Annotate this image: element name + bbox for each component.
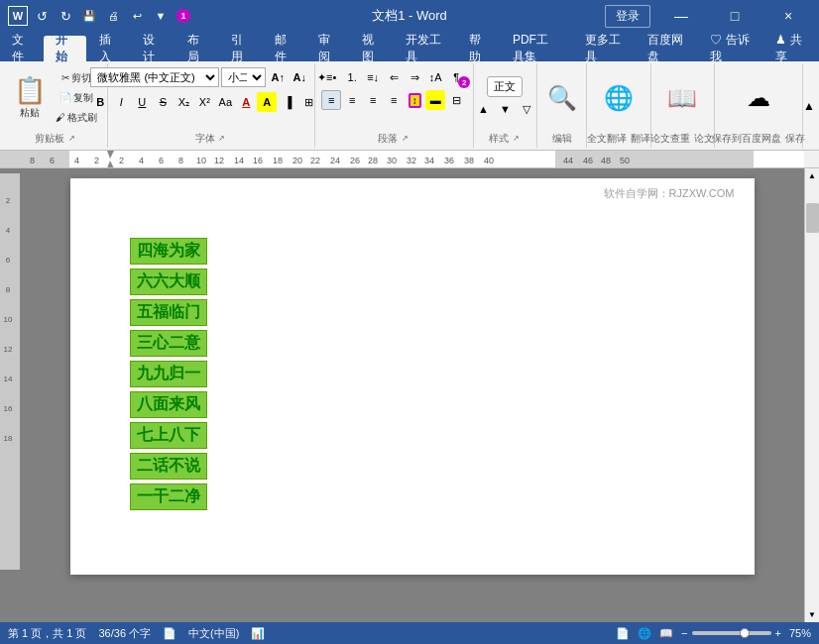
zoom-level[interactable]: 75%	[789, 627, 811, 639]
zoom-area[interactable]: − +	[681, 627, 781, 639]
increase-font-btn[interactable]: A↑	[268, 67, 288, 87]
document-check-icon: 📄	[163, 627, 176, 640]
font-size-select[interactable]: 小二	[221, 67, 266, 87]
view-read-icon[interactable]: 📖	[659, 627, 673, 640]
font-bottom-row: B I U S X₂ X² Aa A A ▐ ⊞	[90, 92, 331, 112]
search-big-btn[interactable]: 🔍	[547, 84, 577, 112]
font-name-select[interactable]: 微软雅黑 (中文正文)	[90, 67, 219, 87]
style-scroll-down-btn[interactable]: ▼	[495, 99, 515, 119]
status-right: 📄 🌐 📖 − + 75%	[616, 627, 811, 640]
translate-btn[interactable]: 🌐	[604, 84, 634, 112]
tab-layout[interactable]: 布局	[176, 36, 218, 61]
translate-controls: 🌐	[604, 65, 634, 130]
align-right-btn[interactable]: ≡	[363, 90, 383, 110]
bullets-btn[interactable]: ≡•	[321, 67, 341, 87]
align-left-btn[interactable]: ≡	[321, 90, 341, 110]
style-expand[interactable]: ↗	[511, 133, 521, 143]
superscript-btn[interactable]: X²	[194, 92, 214, 112]
align-center-btn[interactable]: ≡	[342, 90, 362, 110]
baidu-save-btn[interactable]: ☁	[747, 84, 770, 112]
text-case-btn[interactable]: Aa	[215, 92, 235, 112]
tab-more[interactable]: 更多工具	[573, 36, 635, 61]
svg-text:4: 4	[6, 226, 11, 235]
redo-btn[interactable]: ↻	[56, 6, 75, 26]
essay-group: 📖 论文查重 论文	[651, 63, 716, 148]
document-scroll-area[interactable]: 软件自学网：RJZXW.COM 四海为家 六六大顺 五福临门 三心二意 九九归一…	[20, 168, 804, 622]
svg-text:20: 20	[292, 156, 302, 165]
word-count: 36/36 个字	[98, 626, 151, 641]
justify-btn[interactable]: ≡	[384, 90, 404, 110]
increase-indent-btn[interactable]: ⇒	[405, 67, 424, 87]
numbering-btn[interactable]: 1.	[342, 67, 362, 87]
font-expand[interactable]: ↗	[217, 133, 227, 143]
tab-home[interactable]: 开始	[44, 36, 86, 61]
zoom-in-btn[interactable]: +	[775, 627, 781, 639]
tab-review[interactable]: 审阅	[306, 36, 349, 61]
minimize-btn[interactable]: —	[658, 0, 704, 32]
subscript-btn[interactable]: X₂	[174, 92, 193, 112]
quick-access-toolbar: ↺ ↻ 💾 🖨 ↩ ▼ 1	[32, 6, 190, 26]
essay-btn[interactable]: 📖	[667, 84, 697, 112]
style-normal-btn[interactable]: 正文	[487, 76, 523, 97]
font-color-a-btn[interactable]: A	[236, 92, 256, 112]
tab-tell-me[interactable]: ♡ 告诉我	[698, 36, 762, 61]
translate-subLabel: 翻译	[631, 130, 650, 146]
para-borders-btn[interactable]: ⊟	[446, 90, 466, 110]
para-shading-btn[interactable]: ▬	[425, 90, 445, 110]
view-web-icon[interactable]: 🌐	[638, 627, 651, 640]
tab-design[interactable]: 设计	[131, 36, 174, 61]
maximize-btn[interactable]: □	[712, 0, 758, 32]
tab-share[interactable]: ♟ 共享	[763, 36, 818, 61]
view-print-icon[interactable]: 📄	[616, 627, 630, 640]
para-highlight-btn[interactable]: ↕	[409, 93, 421, 108]
decrease-font-btn[interactable]: A↓	[290, 67, 309, 87]
essay-footer: 论文查重 论文	[650, 130, 714, 146]
status-bar: 第 1 页，共 1 页 36/36 个字 📄 中文(中国) 📊 📄 🌐 📖 − …	[0, 622, 819, 644]
zoom-thumb[interactable]	[740, 628, 750, 638]
style-more-btn[interactable]: ▽	[517, 99, 536, 119]
font-highlight-btn[interactable]: A	[257, 92, 277, 112]
underline-btn[interactable]: U	[132, 92, 152, 112]
ruler-main[interactable]: 8 6 4 2 2 4 6 8 10 12 14 16 18 20 22 24 …	[20, 151, 804, 167]
decrease-indent-btn[interactable]: ⇐	[384, 67, 404, 87]
ribbon-collapse-btn[interactable]: ▲	[803, 63, 815, 148]
customize-btn[interactable]: ▼	[151, 6, 171, 26]
style-scroll-up-btn[interactable]: ▲	[473, 99, 493, 119]
paste-button[interactable]: 📋 粘贴	[10, 67, 50, 129]
multilevel-btn[interactable]: ≡↓	[363, 67, 383, 87]
line-spacing-btn[interactable]: ↕	[405, 90, 424, 110]
text-content-area: 四海为家 六六大顺 五福临门 三心二意 九九归一 八面来风 七上八下 二话不说 …	[130, 238, 695, 510]
zoom-slider[interactable]	[692, 631, 771, 635]
vertical-scrollbar[interactable]: ▲ ▼	[804, 168, 819, 622]
tab-insert[interactable]: 插入	[87, 36, 130, 61]
tab-file[interactable]: 文件	[0, 36, 43, 61]
undo2-btn[interactable]: ↩	[127, 6, 147, 26]
tab-help[interactable]: 帮助	[457, 36, 500, 61]
tab-mailings[interactable]: 邮件	[263, 36, 305, 61]
tab-pdf[interactable]: PDF工具集	[501, 36, 572, 61]
sort-btn[interactable]: ↕A	[425, 67, 445, 87]
tab-developer[interactable]: 开发工具	[394, 36, 455, 61]
scroll-down-btn[interactable]: ▼	[805, 607, 820, 622]
bold-btn[interactable]: B	[90, 92, 110, 112]
tab-baidu[interactable]: 百度网盘	[636, 36, 697, 61]
strikethrough-btn[interactable]: S	[153, 92, 173, 112]
list-item: 四海为家	[130, 238, 207, 265]
undo-btn[interactable]: ↺	[32, 6, 52, 26]
para-expand[interactable]: ↗	[400, 133, 410, 143]
ruler: 8 6 4 2 2 4 6 8 10 12 14 16 18 20 22 24 …	[0, 151, 819, 168]
tab-view[interactable]: 视图	[350, 36, 393, 61]
tab-references[interactable]: 引用	[219, 36, 262, 61]
quick-print-btn[interactable]: 🖨	[103, 6, 123, 26]
zoom-out-btn[interactable]: −	[681, 627, 687, 639]
login-button[interactable]: 登录	[605, 5, 650, 28]
scroll-thumb[interactable]	[806, 203, 819, 233]
close-btn[interactable]: ×	[765, 0, 811, 32]
save-btn[interactable]: 💾	[79, 6, 99, 26]
clipboard-expand[interactable]: ↗	[66, 133, 76, 143]
show-marks-btn[interactable]: ¶ 2	[446, 67, 466, 87]
scroll-up-btn[interactable]: ▲	[805, 168, 820, 183]
shading-btn[interactable]: ▐	[278, 92, 297, 112]
italic-btn[interactable]: I	[111, 92, 131, 112]
svg-text:16: 16	[253, 156, 263, 165]
